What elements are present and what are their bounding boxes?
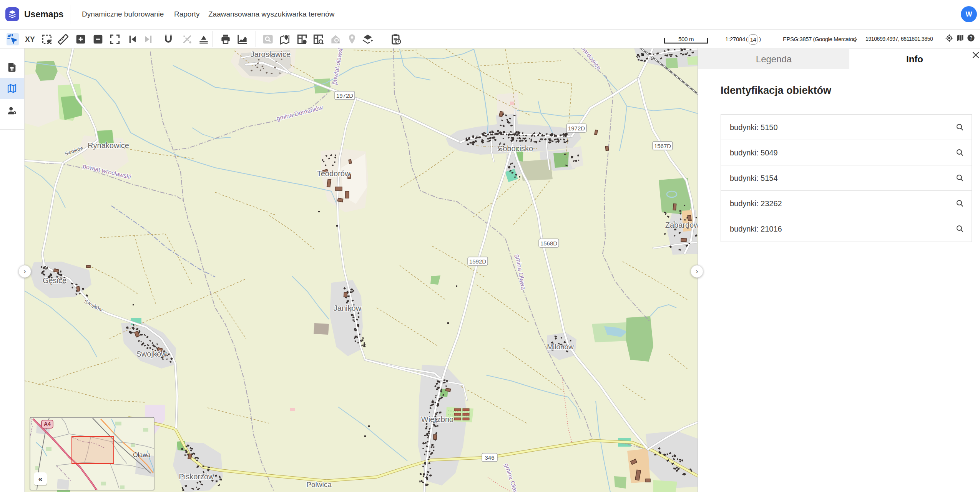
- svg-text:Milonów: Milonów: [547, 343, 574, 351]
- svg-text:Oława: Oława: [133, 452, 150, 458]
- svg-text:346: 346: [485, 454, 494, 461]
- svg-text:Janików: Janików: [334, 304, 362, 312]
- svg-text:Swojków: Swojków: [136, 350, 167, 358]
- svg-text:500 m: 500 m: [678, 36, 694, 42]
- svg-text:Polwica: Polwica: [306, 480, 332, 489]
- svg-text:Jarosławice: Jarosławice: [251, 50, 291, 58]
- svg-text:A4: A4: [44, 421, 51, 427]
- svg-text:1592D: 1592D: [469, 258, 486, 265]
- svg-text:Gęsice: Gęsice: [43, 276, 66, 285]
- svg-text:«: «: [38, 475, 43, 483]
- svg-text:Rynakowice: Rynakowice: [88, 141, 129, 150]
- svg-text:Piskorzów: Piskorzów: [179, 472, 214, 481]
- svg-text:Zabardowice: Zabardowice: [665, 221, 698, 229]
- svg-text:1972D: 1972D: [568, 125, 585, 132]
- svg-text:Wierzbno: Wierzbno: [421, 415, 453, 424]
- svg-text:Sobocisko: Sobocisko: [498, 144, 533, 153]
- svg-text:1972D: 1972D: [336, 92, 353, 99]
- svg-text:XY: XY: [25, 35, 35, 43]
- svg-text:?: ?: [970, 35, 972, 41]
- svg-text:Teodorów: Teodorów: [317, 169, 350, 178]
- svg-text:1567D: 1567D: [654, 143, 671, 149]
- svg-text:1568D: 1568D: [540, 240, 557, 247]
